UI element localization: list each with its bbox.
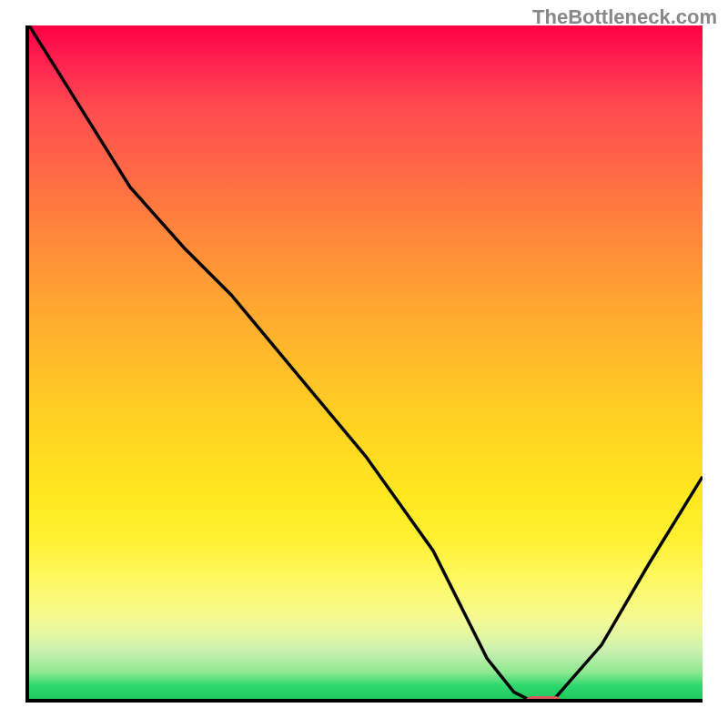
plot-area	[29, 25, 703, 699]
watermark-text: TheBottleneck.com	[532, 5, 717, 29]
chart-container	[25, 25, 703, 703]
optimal-marker	[525, 696, 561, 699]
bottleneck-curve	[29, 25, 703, 699]
